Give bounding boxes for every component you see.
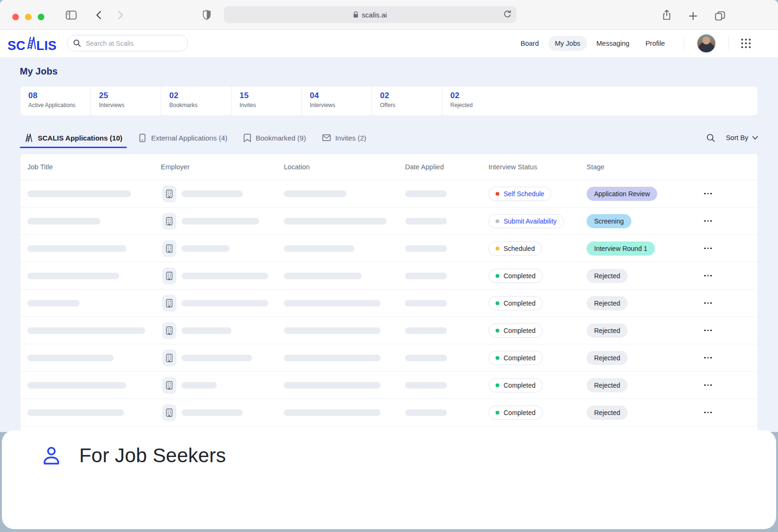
column-header-interview-status: Interview Status [488, 163, 587, 171]
address-bar[interactable]: scalis.ai [224, 6, 516, 23]
stat-item: 25Interviews [91, 86, 161, 116]
ladder-icon [25, 133, 33, 142]
nav-item-profile[interactable]: Profile [639, 36, 671, 51]
table-tools: Sort By [706, 133, 758, 142]
location-skeleton [284, 218, 387, 224]
row-menu-button[interactable] [703, 245, 713, 252]
status-dot-icon [496, 274, 499, 278]
stat-label: Active Applications [28, 102, 91, 108]
table-body: Self Schedule Application Review Submit … [20, 180, 758, 432]
tab-overview-icon[interactable] [715, 11, 725, 21]
employer-skeleton [182, 300, 268, 307]
status-dot-icon [496, 383, 499, 387]
location-skeleton [284, 300, 381, 307]
building-icon [162, 377, 176, 394]
employer-skeleton [182, 218, 259, 224]
tab-label: SCALIS Applications (10) [38, 134, 122, 142]
date-applied-skeleton [405, 355, 447, 361]
tab-bookmarked-9[interactable]: Bookmarked (9) [239, 128, 311, 147]
interview-status-badge[interactable]: Submit Availability [488, 214, 564, 228]
zoom-window-button[interactable] [38, 14, 44, 20]
tab-scalis-applications-10[interactable]: SCALIS Applications (10) [20, 128, 127, 147]
forward-icon[interactable] [117, 10, 124, 20]
row-menu-button[interactable] [703, 190, 713, 198]
interview-status-badge[interactable]: Scheduled [488, 241, 542, 256]
search-icon [73, 39, 81, 47]
location-skeleton [284, 191, 347, 197]
stat-value: 04 [310, 91, 372, 100]
back-icon[interactable] [95, 10, 102, 20]
page-title: My Jobs [20, 66, 758, 77]
row-menu-button[interactable] [703, 299, 713, 307]
column-header-employer: Employer [161, 163, 284, 171]
row-menu-button[interactable] [703, 354, 713, 362]
sidebar-toggle-icon[interactable] [66, 10, 77, 20]
person-icon [41, 445, 62, 466]
interview-status-badge[interactable]: Self Schedule [488, 187, 551, 201]
employer-skeleton [182, 355, 252, 361]
row-menu-button[interactable] [703, 409, 713, 416]
tabs-row: SCALIS Applications (10)External Applica… [20, 128, 758, 147]
stat-item: 15Invites [231, 86, 301, 116]
employer-skeleton [182, 191, 243, 197]
tab-invites-2[interactable]: Invites (2) [317, 128, 371, 147]
row-menu-button[interactable] [703, 382, 713, 389]
scalis-logo[interactable]: SC LIS [8, 36, 57, 53]
browser-window: scalis.ai SC LIS [0, 0, 778, 432]
job-title-skeleton [27, 273, 119, 279]
traffic-lights [12, 14, 44, 20]
apps-grid-icon[interactable] [741, 39, 751, 48]
marketing-composition: scalis.ai SC LIS [0, 0, 778, 532]
for-job-seekers-card: For Job Seekers [2, 430, 776, 529]
job-title-skeleton [27, 327, 145, 334]
date-applied-skeleton [405, 273, 447, 279]
search-input[interactable] [85, 39, 182, 48]
ladder-logo-icon [26, 36, 36, 52]
employer-skeleton [182, 382, 217, 389]
divider [684, 36, 684, 50]
stat-value: 25 [99, 91, 161, 100]
stat-label: Rejected [450, 102, 758, 108]
status-label: Completed [504, 354, 536, 362]
app-header: SC LIS BoardMy JobsMessagingProfile [0, 30, 778, 57]
reload-icon[interactable] [503, 9, 512, 20]
row-menu-button[interactable] [703, 327, 713, 334]
tab-label: Bookmarked (9) [256, 134, 306, 142]
share-icon[interactable] [662, 9, 671, 21]
row-menu-button[interactable] [703, 272, 713, 280]
stat-value: 02 [169, 91, 231, 100]
close-window-button[interactable] [12, 14, 19, 20]
stage-badge: Rejected [587, 351, 628, 365]
stats-bar: 08Active Applications25Interviews02Bookm… [20, 86, 758, 116]
sort-by-button[interactable]: Sort By [726, 134, 758, 141]
job-title-skeleton [27, 218, 100, 224]
privacy-shield-icon[interactable] [203, 10, 211, 20]
job-title-skeleton [27, 300, 80, 307]
stat-item: 04Interviews [301, 86, 372, 116]
row-menu-button[interactable] [703, 217, 713, 225]
table-row: Completed Rejected [20, 262, 758, 289]
interview-status-badge[interactable]: Completed [488, 378, 543, 392]
footer-title: For Job Seekers [79, 444, 226, 467]
stat-label: Invites [240, 102, 301, 108]
building-icon [162, 267, 176, 284]
minimize-window-button[interactable] [25, 14, 32, 20]
nav-item-board[interactable]: Board [514, 36, 546, 51]
avatar[interactable] [696, 33, 716, 53]
tab-external-applications-4[interactable]: External Applications (4) [133, 128, 232, 147]
nav-item-my-jobs[interactable]: My Jobs [548, 36, 587, 51]
interview-status-badge[interactable]: Completed [488, 406, 543, 420]
status-label: Completed [504, 299, 536, 307]
interview-status-badge[interactable]: Completed [488, 351, 543, 365]
status-dot-icon [496, 329, 499, 332]
nav-item-messaging[interactable]: Messaging [590, 36, 636, 51]
interview-status-badge[interactable]: Completed [488, 269, 543, 283]
new-tab-icon[interactable] [689, 12, 697, 20]
global-search[interactable] [67, 35, 188, 51]
table-search-icon[interactable] [706, 133, 715, 142]
interview-status-badge[interactable]: Completed [488, 324, 543, 338]
job-title-skeleton [27, 191, 131, 197]
applications-table: Job TitleEmployerLocationDate AppliedInt… [20, 153, 758, 432]
date-applied-skeleton [405, 409, 447, 416]
interview-status-badge[interactable]: Completed [488, 296, 543, 310]
